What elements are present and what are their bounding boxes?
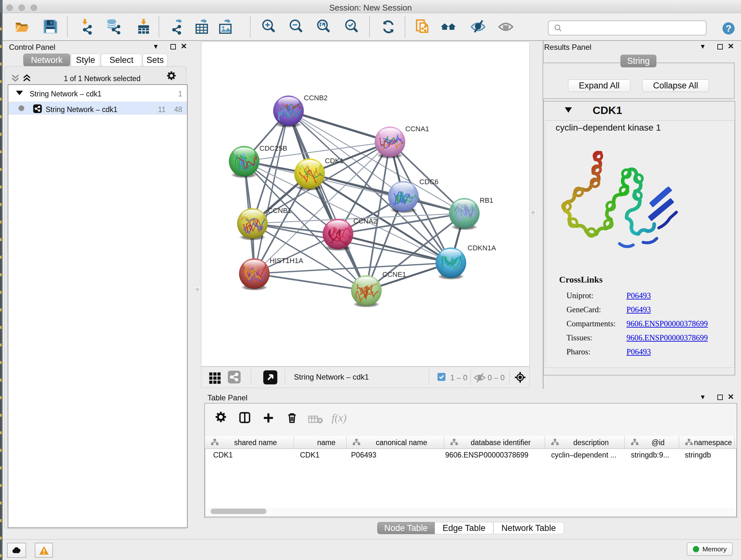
svg-text:CDKN1A: CDKN1A	[468, 244, 496, 252]
svg-text:CCNA2: CCNA2	[353, 217, 377, 225]
svg-text:CDK1: CDK1	[325, 157, 344, 165]
svg-text:CDC6: CDC6	[419, 178, 439, 186]
svg-text:HIST1H1A: HIST1H1A	[270, 257, 303, 265]
svg-text:RB1: RB1	[480, 196, 493, 204]
svg-text:CCNB1: CCNB1	[268, 206, 292, 214]
svg-text:CCNE1: CCNE1	[382, 270, 406, 278]
svg-text:CCNA1: CCNA1	[405, 125, 429, 133]
svg-text:CCNB2: CCNB2	[304, 94, 328, 102]
svg-text:CDC25B: CDC25B	[259, 144, 287, 152]
